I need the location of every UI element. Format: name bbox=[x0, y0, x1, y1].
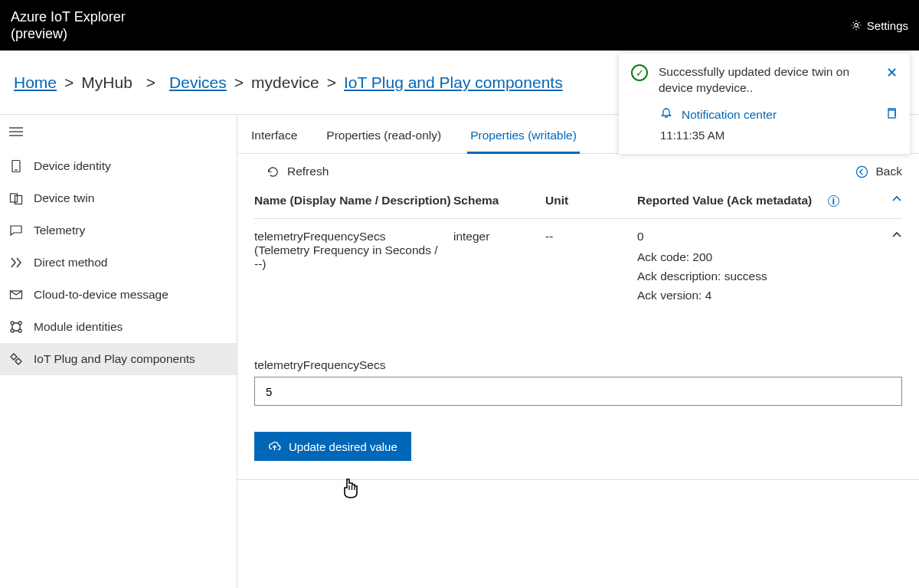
plug-icon bbox=[9, 352, 23, 366]
svg-rect-6 bbox=[11, 194, 18, 202]
breadcrumb-component[interactable]: IoT Plug and Play components bbox=[344, 74, 563, 92]
hamburger-icon[interactable] bbox=[0, 121, 237, 150]
settings-button[interactable]: Settings bbox=[850, 19, 908, 32]
bell-icon bbox=[660, 107, 672, 122]
sidebar-item-device-identity[interactable]: Device identity bbox=[0, 150, 237, 182]
sidebar-item-label: IoT Plug and Play components bbox=[34, 352, 195, 366]
svg-point-0 bbox=[854, 24, 858, 28]
refresh-icon bbox=[267, 165, 280, 178]
tab-interface[interactable]: Interface bbox=[248, 122, 300, 153]
svg-point-9 bbox=[11, 322, 14, 325]
toast-message: Successfully updated device twin on devi… bbox=[659, 64, 875, 96]
sidebar-item-telemetry[interactable]: Telemetry bbox=[0, 214, 237, 247]
collapse-all-icon[interactable] bbox=[881, 194, 902, 207]
sidebar-item-label: Cloud-to-device message bbox=[34, 288, 168, 302]
notification-center-link[interactable]: Notification center bbox=[682, 108, 777, 122]
sidebar-item-label: Device identity bbox=[34, 159, 111, 173]
toast-timestamp: 11:11:35 AM bbox=[660, 129, 898, 142]
mail-icon bbox=[9, 288, 23, 302]
sidebar-item-device-twin[interactable]: Device twin bbox=[0, 182, 237, 214]
table-header: Name (Display Name / Description) Schema… bbox=[254, 189, 902, 219]
breadcrumb-home[interactable]: Home bbox=[14, 74, 57, 92]
app-title: Azure IoT Explorer (preview) bbox=[11, 8, 126, 43]
copy-icon[interactable] bbox=[885, 107, 898, 122]
success-icon: ✓ bbox=[631, 64, 648, 81]
device-icon bbox=[9, 159, 23, 173]
toast-close-icon[interactable]: ✕ bbox=[886, 64, 898, 81]
cloud-upload-icon bbox=[268, 440, 281, 453]
cell-unit: -- bbox=[545, 230, 637, 243]
svg-point-10 bbox=[18, 322, 21, 325]
twin-icon bbox=[9, 191, 23, 205]
back-icon bbox=[855, 165, 868, 178]
input-label: telemetryFrequencySecs bbox=[254, 358, 902, 372]
sidebar-item-label: Device twin bbox=[34, 191, 94, 205]
svg-point-13 bbox=[856, 166, 867, 177]
sidebar-item-pnp[interactable]: IoT Plug and Play components bbox=[0, 343, 237, 375]
toast-notification: ✓ Successfully updated device twin on de… bbox=[619, 54, 910, 154]
refresh-button[interactable]: Refresh bbox=[267, 165, 329, 178]
sidebar-item-cloud-to-device[interactable]: Cloud-to-device message bbox=[0, 279, 237, 311]
sidebar-item-label: Module identities bbox=[34, 320, 123, 334]
svg-point-11 bbox=[11, 329, 14, 332]
back-button[interactable]: Back bbox=[855, 165, 902, 178]
sidebar-item-label: Telemetry bbox=[34, 224, 85, 237]
row-collapse-icon[interactable] bbox=[881, 230, 902, 243]
tab-readonly[interactable]: Properties (read-only) bbox=[323, 122, 444, 153]
module-icon bbox=[9, 320, 23, 334]
cell-reported: 0 Ack code: 200 Ack description: success… bbox=[637, 230, 881, 305]
sidebar-item-label: Direct method bbox=[34, 256, 107, 270]
breadcrumb-hub: MyHub bbox=[81, 74, 132, 92]
sidebar-item-module-identities[interactable]: Module identities bbox=[0, 311, 237, 343]
sidebar: Device identity Device twin Telemetry Di… bbox=[0, 115, 237, 588]
svg-point-12 bbox=[18, 329, 21, 332]
value-input[interactable] bbox=[254, 377, 902, 406]
tab-writable[interactable]: Properties (writable) bbox=[467, 122, 580, 154]
breadcrumb-device: mydevice bbox=[251, 74, 319, 92]
update-desired-button[interactable]: Update desired value bbox=[254, 432, 411, 461]
cell-name: telemetryFrequencySecs (Telemetry Freque… bbox=[254, 230, 453, 271]
method-icon bbox=[9, 256, 23, 270]
info-icon[interactable]: i bbox=[828, 195, 839, 207]
svg-rect-14 bbox=[888, 110, 895, 118]
gear-icon bbox=[850, 19, 862, 31]
sidebar-item-direct-method[interactable]: Direct method bbox=[0, 247, 237, 279]
breadcrumb-devices[interactable]: Devices bbox=[169, 74, 227, 92]
cell-schema: integer bbox=[453, 230, 545, 243]
chat-icon bbox=[9, 224, 23, 237]
table-row: telemetryFrequencySecs (Telemetry Freque… bbox=[254, 219, 902, 314]
svg-rect-7 bbox=[15, 196, 22, 204]
